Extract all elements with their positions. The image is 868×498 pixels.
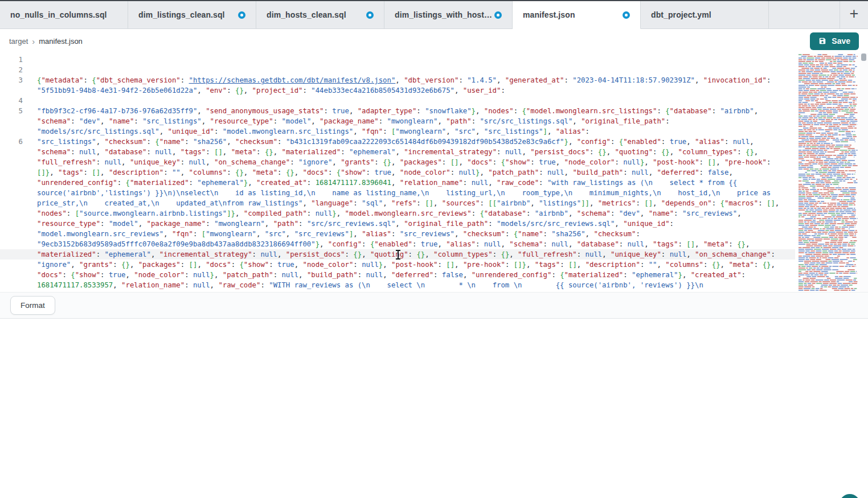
code-text bbox=[23, 96, 788, 106]
dbt-ide-window: no_nulls_in_columns.sqldim_listings_clea… bbox=[0, 0, 868, 498]
line-number: 5 bbox=[0, 106, 23, 137]
breadcrumb-toolbar: target › manifest.json Save bbox=[0, 29, 868, 53]
plus-icon: + bbox=[850, 6, 859, 22]
code-text: "src_listings", "checksum": {"name": "sh… bbox=[23, 137, 788, 292]
code-text bbox=[23, 55, 788, 65]
code-text: {"metadata": {"dbt_schema_version": "htt… bbox=[23, 75, 788, 96]
tab-label: manifest.json bbox=[523, 10, 575, 19]
tab-label: no_nulls_in_columns.sql bbox=[10, 10, 107, 19]
tab-dbt_project.yml[interactable]: dbt_project.yml bbox=[641, 1, 769, 28]
breadcrumb-file[interactable]: manifest.json bbox=[39, 37, 83, 46]
chevron-right-icon: › bbox=[32, 36, 35, 46]
line-number: 6 bbox=[0, 137, 23, 292]
tab-dim_listings_with_hosts.sql[interactable]: dim_listings_with_hosts.sql bbox=[384, 1, 513, 28]
tab-label: dim_listings_with_hosts.sql bbox=[395, 10, 494, 19]
editor-tab-bar: no_nulls_in_columns.sqldim_listings_clea… bbox=[0, 1, 868, 29]
code-text bbox=[23, 65, 788, 75]
tab-dim_listings_clean.sql[interactable]: dim_listings_clean.sql bbox=[128, 1, 256, 28]
unsaved-changes-dot-icon bbox=[238, 11, 245, 19]
save-button-label: Save bbox=[832, 36, 850, 46]
code-line[interactable]: 1 bbox=[0, 55, 788, 65]
code-line[interactable]: 2 bbox=[0, 65, 788, 75]
tab-no_nulls_in_columns.sql[interactable]: no_nulls_in_columns.sql bbox=[0, 1, 128, 28]
tab-label: dbt_project.yml bbox=[651, 10, 711, 19]
tab-bar-filler bbox=[769, 1, 840, 28]
save-button[interactable]: Save bbox=[810, 32, 859, 50]
editor-footer-bar: Format bbox=[0, 292, 868, 319]
code-text: "fbb9f3c2-cf96-4a17-b736-976a62d35ff9", … bbox=[23, 106, 788, 137]
code-line[interactable]: 3{"metadata": {"dbt_schema_version": "ht… bbox=[0, 75, 788, 96]
minimap[interactable] bbox=[797, 53, 860, 292]
format-button[interactable]: Format bbox=[10, 296, 55, 315]
results-panel bbox=[0, 319, 868, 496]
code-lines: 123{"metadata": {"dbt_schema_version": "… bbox=[0, 53, 868, 292]
tab-label: dim_listings_clean.sql bbox=[138, 10, 225, 19]
new-tab-button[interactable]: + bbox=[840, 1, 868, 28]
line-number: 1 bbox=[0, 55, 23, 65]
floppy-disk-icon bbox=[818, 37, 826, 45]
tab-dim_hosts_clean.sql[interactable]: dim_hosts_clean.sql bbox=[256, 1, 384, 28]
code-line[interactable]: 4 bbox=[0, 96, 788, 106]
scrollbar-thumb[interactable] bbox=[861, 53, 866, 61]
code-editor[interactable]: 123{"metadata": {"dbt_schema_version": "… bbox=[0, 53, 868, 292]
minimap-canvas bbox=[797, 53, 860, 292]
vertical-scrollbar[interactable] bbox=[860, 53, 868, 292]
line-number: 3 bbox=[0, 75, 23, 96]
line-number: 2 bbox=[0, 65, 23, 75]
unsaved-changes-dot-icon bbox=[623, 11, 630, 19]
tab-manifest.json[interactable]: manifest.json bbox=[513, 1, 641, 29]
unsaved-changes-dot-icon bbox=[366, 11, 374, 19]
code-line[interactable]: 6"src_listings", "checksum": {"name": "s… bbox=[0, 137, 788, 292]
line-number: 4 bbox=[0, 96, 23, 106]
breadcrumb-folder[interactable]: target bbox=[9, 37, 28, 46]
code-line[interactable]: 5"fbb9f3c2-cf96-4a17-b736-976a62d35ff9",… bbox=[0, 106, 788, 137]
tab-label: dim_hosts_clean.sql bbox=[267, 10, 346, 19]
unsaved-changes-dot-icon bbox=[494, 11, 502, 19]
text-cursor-caret bbox=[398, 250, 399, 259]
